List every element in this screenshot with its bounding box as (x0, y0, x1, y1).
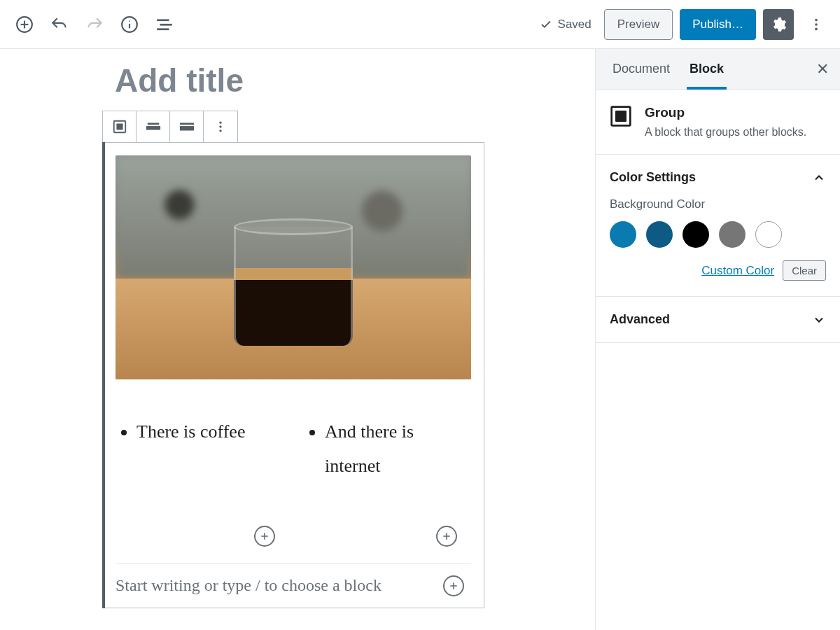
align-full-icon (179, 119, 195, 134)
settings-sidebar: Document Block ✕ Group A block that grou… (595, 49, 840, 630)
save-status: Saved (540, 18, 592, 31)
clear-color-button[interactable]: Clear (783, 260, 826, 281)
svg-rect-14 (147, 123, 159, 125)
tab-document[interactable]: Document (603, 49, 680, 89)
svg-point-18 (219, 122, 221, 124)
undo-button[interactable] (43, 8, 76, 41)
post-title-field[interactable]: Add title (13, 62, 385, 99)
color-swatch[interactable] (610, 221, 636, 248)
align-wide-button[interactable] (136, 111, 170, 142)
toolbar-left-group (8, 8, 181, 41)
svg-rect-16 (179, 123, 193, 125)
plus-icon (259, 531, 270, 542)
svg-point-9 (815, 18, 818, 21)
block-type-button[interactable] (103, 111, 136, 142)
advanced-heading: Advanced (610, 312, 670, 327)
redo-button[interactable] (78, 8, 111, 41)
add-block-button[interactable] (8, 8, 41, 41)
svg-rect-13 (116, 123, 122, 130)
svg-rect-8 (157, 28, 169, 30)
redo-icon (85, 15, 104, 34)
chevron-down-icon (812, 313, 826, 327)
preview-button[interactable]: Preview (604, 9, 673, 40)
add-block-column-right[interactable] (436, 526, 457, 547)
appender-placeholder: Start writing or type / to choose a bloc… (115, 576, 382, 595)
group-block-icon (610, 105, 632, 127)
color-actions: Custom Color Clear (610, 260, 826, 281)
block-divider (115, 564, 471, 564)
align-wide-icon (146, 119, 161, 134)
undo-icon (50, 15, 69, 34)
svg-point-5 (129, 20, 130, 22)
list-item[interactable]: And there is internet (325, 414, 471, 484)
block-card-description: A block that groups other blocks. (645, 126, 806, 139)
post-title-placeholder: Add title (115, 62, 385, 99)
svg-point-11 (815, 27, 818, 30)
color-swatch[interactable] (719, 221, 746, 248)
color-settings-toggle[interactable]: Color Settings (610, 170, 826, 185)
advanced-panel: Advanced (596, 297, 840, 343)
color-swatch[interactable] (755, 221, 782, 248)
svg-rect-7 (160, 23, 172, 25)
publish-button[interactable]: Publish… (680, 9, 756, 40)
svg-rect-28 (615, 111, 626, 122)
color-settings-heading: Color Settings (610, 170, 696, 185)
group-block[interactable]: There is coffee And there is internet (102, 142, 484, 608)
svg-rect-6 (157, 19, 169, 21)
main-area: Add title (0, 49, 840, 630)
close-sidebar-button[interactable]: ✕ (812, 59, 833, 80)
plus-icon (441, 531, 452, 542)
advanced-toggle[interactable]: Advanced (610, 312, 826, 327)
editor-canvas: Add title (0, 49, 595, 630)
custom-color-link[interactable]: Custom Color (701, 264, 774, 278)
chevron-up-icon (812, 171, 826, 185)
default-block-appender[interactable]: Start writing or type / to choose a bloc… (115, 573, 471, 599)
color-swatch-row (610, 221, 826, 248)
column-appenders (115, 526, 471, 547)
svg-point-20 (219, 130, 221, 132)
check-icon (540, 18, 552, 31)
group-block-icon (112, 119, 127, 134)
outline-icon (155, 15, 174, 34)
svg-point-19 (219, 125, 221, 127)
close-icon: ✕ (816, 60, 829, 78)
column-right[interactable]: And there is internet (304, 414, 471, 484)
image-block[interactable] (115, 155, 471, 379)
svg-point-10 (815, 23, 818, 26)
kebab-icon (808, 17, 824, 32)
plus-icon (448, 580, 459, 592)
kebab-icon (214, 120, 227, 134)
svg-rect-15 (146, 126, 160, 130)
add-block-inline-button[interactable] (443, 575, 464, 596)
tab-block[interactable]: Block (680, 49, 734, 89)
color-swatch[interactable] (682, 221, 709, 248)
svg-rect-17 (179, 126, 193, 130)
list-item[interactable]: There is coffee (136, 414, 283, 449)
toolbar-right-group: Saved Preview Publish… (540, 9, 832, 40)
editor-top-toolbar: Saved Preview Publish… (0, 0, 840, 49)
color-swatch[interactable] (646, 221, 673, 248)
align-full-button[interactable] (170, 111, 204, 142)
block-card-title: Group (645, 105, 806, 120)
block-navigation-button[interactable] (148, 8, 181, 41)
block-card-panel: Group A block that groups other blocks. (596, 90, 840, 155)
plus-circle-icon (15, 15, 34, 34)
column-left[interactable]: There is coffee (115, 414, 283, 484)
info-icon (120, 15, 139, 34)
content-info-button[interactable] (113, 8, 146, 41)
gear-icon (770, 16, 787, 33)
sidebar-tabs: Document Block ✕ (596, 49, 840, 90)
color-settings-panel: Color Settings Background Color Custom C… (596, 155, 840, 297)
selected-block-wrapper: There is coffee And there is internet (102, 111, 484, 608)
save-status-label: Saved (558, 18, 592, 31)
columns-block[interactable]: There is coffee And there is internet (115, 414, 471, 484)
block-toolbar (102, 111, 238, 143)
background-color-label: Background Color (610, 197, 826, 211)
block-more-options-button[interactable] (204, 111, 237, 142)
add-block-column-left[interactable] (254, 526, 275, 547)
settings-toggle-button[interactable] (763, 9, 794, 40)
image-subject (234, 218, 353, 358)
more-options-button[interactable] (801, 9, 832, 40)
